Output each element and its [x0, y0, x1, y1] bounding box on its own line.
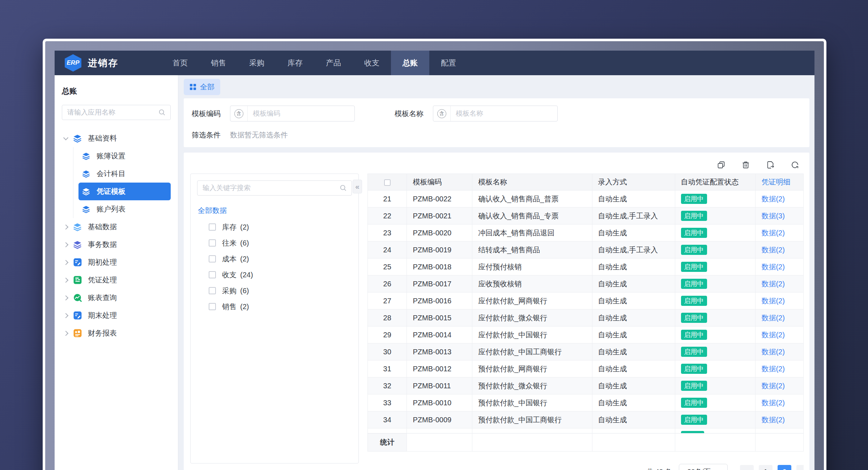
tree-item-shiwushuju[interactable]: 事务数据 — [62, 236, 171, 253]
data-detail-link[interactable]: 数据(2) — [761, 416, 784, 424]
checkbox[interactable] — [209, 239, 216, 247]
table-row[interactable]: 26 PZMB-0017 应收预收核销 自动生成 启用中 数据(2) — [368, 275, 804, 292]
chevron-right-icon[interactable] — [63, 330, 68, 336]
delete-icon[interactable] — [741, 161, 750, 169]
table-row[interactable]: 34 PZMB-0009 预付款付款_中国工商银行 自动生成 启用中 数据(2) — [368, 411, 804, 428]
data-detail-link[interactable]: 数据(2) — [761, 314, 784, 322]
table-row[interactable]: 25 PZMB-0018 应付预付核销 自动生成 启用中 数据(2) — [368, 258, 804, 275]
nav-item[interactable]: 总账 — [391, 51, 429, 75]
tab-all[interactable]: 全部 — [184, 79, 220, 95]
table-row[interactable]: 23 PZMB-0020 冲回成本_销售商品退回 自动生成 启用中 数据(2) — [368, 225, 804, 242]
data-detail-link[interactable]: 数据(2) — [761, 399, 784, 407]
checkbox[interactable] — [209, 271, 216, 278]
filter-input-name[interactable]: 含 模板名称 — [433, 106, 558, 121]
data-detail-link[interactable]: 数据(2) — [761, 365, 784, 373]
nav-item[interactable]: 库存 — [276, 51, 314, 75]
tree-item-pingzhengmuban-selected[interactable]: 凭证模板 — [78, 183, 171, 200]
tree-item-jichushuju[interactable]: 基础数据 — [62, 218, 171, 236]
nav-item[interactable]: 采购 — [238, 51, 276, 75]
nav-item[interactable]: 产品 — [314, 51, 353, 75]
col-header-method: 录入方式 — [592, 174, 675, 191]
layers-icon — [81, 151, 91, 161]
sidebar-tree: 基础资料 账簿设置 — [62, 129, 171, 342]
tree-item-label: 财务报表 — [88, 328, 117, 338]
filter-input-code[interactable]: 含 模板编码 — [230, 106, 355, 121]
checkbox[interactable] — [209, 303, 216, 310]
table-row[interactable]: 21 PZMB-0022 确认收入_销售商品_普票 自动生成 启用中 数据(2) — [368, 191, 804, 208]
table-row[interactable]: 22 PZMB-0021 确认收入_销售商品_专票 自动生成,手工录入 启用中 … — [368, 208, 804, 225]
tree-item-zhangbushezhi[interactable]: 账簿设置 — [78, 147, 171, 165]
tree-item-zhangbiaochaxun[interactable]: 账表查询 — [62, 289, 171, 307]
data-detail-link[interactable]: 数据(2) — [761, 382, 784, 390]
chevron-right-icon[interactable] — [63, 313, 68, 318]
nav-item[interactable]: 收支 — [353, 51, 391, 75]
data-detail-link[interactable]: 数据(2) — [761, 229, 784, 237]
chevron-right-icon[interactable] — [63, 242, 68, 247]
data-detail-link[interactable]: 数据(2) — [761, 195, 784, 203]
chevron-right-icon[interactable] — [63, 224, 68, 229]
checkbox[interactable] — [209, 287, 216, 294]
report-icon — [73, 329, 82, 338]
nav-item[interactable]: 配置 — [429, 51, 468, 75]
category-item[interactable]: 采购 (6) — [197, 283, 352, 299]
collapse-panel-button[interactable]: « — [353, 180, 362, 193]
table-row[interactable]: 31 PZMB-0012 预付款付款_网商银行 自动生成 启用中 数据(2) — [368, 360, 804, 377]
category-item[interactable]: 库存 (2) — [197, 219, 352, 235]
tree-item-pingzhengchuli[interactable]: 凭证处理 — [62, 271, 171, 289]
table-row[interactable]: 27 PZMB-0016 应付款付款_网商银行 自动生成 启用中 数据(2) — [368, 292, 804, 309]
table-viewport[interactable]: 模板编码 模板名称 录入方式 自动凭证配置状态 凭证明细 — [367, 174, 804, 461]
data-detail-link[interactable]: 数据(2) — [761, 263, 784, 271]
table-row[interactable]: 29 PZMB-0014 应付款付款_中国银行 自动生成 启用中 数据(2) — [368, 326, 804, 343]
next-page-button[interactable] — [796, 465, 804, 470]
checkbox[interactable] — [384, 179, 391, 186]
refresh-icon[interactable] — [791, 161, 799, 169]
cell-name: 预付款付款_网商银行 — [472, 360, 592, 377]
checkbox[interactable] — [209, 255, 216, 262]
prev-page-button[interactable]: ‹ — [740, 465, 754, 470]
tree-item-zhanghuliebiao[interactable]: 账户列表 — [78, 200, 171, 218]
chevron-down-icon[interactable] — [63, 135, 68, 140]
data-detail-link[interactable]: 数据(2) — [761, 280, 784, 288]
erp-logo: ERP — [65, 54, 81, 72]
data-detail-link[interactable]: 数据(2) — [761, 246, 784, 254]
contains-icon[interactable]: 含 — [230, 106, 248, 121]
category-item[interactable]: 销售 (2) — [197, 299, 352, 315]
table-row[interactable]: 30 PZMB-0013 应付款付款_中国工商银行 自动生成 启用中 数据(2) — [368, 343, 804, 360]
table-row[interactable]: 32 PZMB-0011 预付款付款_微众银行 自动生成 启用中 数据(2) — [368, 377, 804, 394]
tree-item-qimochuli[interactable]: 期末处理 — [62, 307, 171, 324]
page-number-button[interactable]: 1 — [759, 465, 773, 470]
nav-item[interactable]: 首页 — [161, 51, 199, 75]
col-header-detail[interactable]: 凭证明细 — [756, 174, 804, 191]
data-detail-link[interactable]: 数据(2) — [761, 331, 784, 339]
select-all-header[interactable] — [368, 174, 407, 191]
table-row[interactable]: 33 PZMB-0010 预付款付款_中国银行 自动生成 启用中 数据(2) — [368, 394, 804, 411]
chevron-right-icon[interactable] — [63, 295, 68, 300]
all-data-link[interactable]: 全部数据 — [198, 206, 352, 215]
app-window: ERP 进销存 首页 销售 采购 库存 产品 收支 — [43, 39, 826, 470]
table-row[interactable]: 28 PZMB-0015 应付款付款_微众银行 自动生成 启用中 数据(2) — [368, 309, 804, 326]
chevron-right-icon[interactable] — [63, 277, 68, 282]
category-item[interactable]: 收支 (24) — [197, 267, 352, 283]
export-icon[interactable] — [766, 161, 775, 169]
statistics-row: 统计 — [368, 433, 804, 452]
data-detail-link[interactable]: 数据(2) — [761, 348, 784, 356]
category-item[interactable]: 往来 (6) — [197, 235, 352, 251]
sidebar-search-input[interactable]: 请输入应用名称 — [62, 105, 171, 120]
keyword-search-input[interactable]: 输入关键字搜索 — [197, 180, 352, 196]
category-item[interactable]: 成本 (2) — [197, 251, 352, 267]
table-row[interactable]: 24 PZMB-0019 结转成本_销售商品 自动生成,手工录入 启用中 数据(… — [368, 242, 804, 258]
data-detail-link[interactable]: 数据(3) — [761, 212, 784, 220]
tree-item-kuaijikemu[interactable]: 会计科目 — [78, 165, 171, 183]
chevron-right-icon[interactable] — [63, 260, 68, 265]
page-number-button[interactable]: 2 — [778, 465, 791, 470]
tree-item-caiwubaobiao[interactable]: 财务报表 — [62, 324, 171, 342]
page-size-select[interactable]: 20条/页 ∨ — [679, 464, 728, 470]
tree-item-jichuziliao[interactable]: 基础资料 — [62, 129, 171, 147]
copy-icon[interactable] — [717, 161, 726, 169]
nav-item[interactable]: 销售 — [199, 51, 238, 75]
row-index: 27 — [368, 292, 407, 309]
data-detail-link[interactable]: 数据(2) — [761, 297, 784, 305]
contains-icon[interactable]: 含 — [433, 106, 451, 121]
tree-item-qichuchuli[interactable]: 期初处理 — [62, 253, 171, 271]
checkbox[interactable] — [209, 223, 216, 231]
